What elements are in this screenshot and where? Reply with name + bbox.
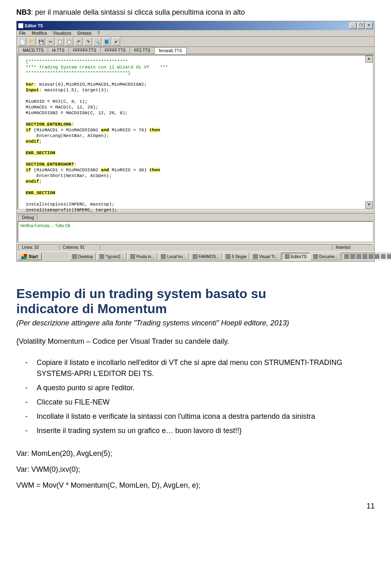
- menu-modifica[interactable]: Modifica: [32, 31, 47, 35]
- taskbar-item[interactable]: Tgcom2...: [97, 253, 126, 260]
- taskbar: Start DesktopTgcom2...Posta in...Local h…: [17, 251, 374, 261]
- tray-icon[interactable]: [387, 254, 391, 259]
- quick-launch: [42, 252, 68, 261]
- taskbar-app-icon: [161, 254, 166, 259]
- file-tab[interactable]: FFFFFF.TTS: [68, 47, 101, 53]
- menu-visualizza[interactable]: Visualizza: [53, 31, 71, 35]
- taskbar-item[interactable]: Desktop: [69, 253, 96, 260]
- tool-find-icon[interactable]: 🔍: [93, 38, 101, 46]
- file-tab[interactable]: MACD.TTS: [18, 47, 48, 53]
- app-icon: [18, 23, 23, 28]
- file-tabstrip: MACD.TTSI4.TTSFFFFFF.TTSFFFFF.TTSFF2.TTS…: [17, 47, 374, 54]
- statusbar: Linea: 10 Colonna: 91 Inserisci: [17, 243, 374, 251]
- start-button[interactable]: Start: [18, 253, 42, 260]
- taskbar-app-icon: [226, 254, 231, 259]
- section-title: Esempio di un trading system basato su i…: [16, 286, 375, 316]
- window-title: Editor TS: [25, 24, 349, 28]
- taskbar-item-label: Docume...: [319, 254, 338, 259]
- tray-icon[interactable]: [381, 254, 386, 259]
- quick-icon[interactable]: [42, 252, 51, 261]
- file-tab[interactable]: FFFFF.TTS: [100, 47, 130, 53]
- list-item: Copiare il listato e incollarlo nell'edi…: [37, 356, 375, 381]
- windows-logo-icon: [21, 254, 27, 259]
- tool-paste-icon[interactable]: 📋: [65, 38, 73, 46]
- status-spacer: [100, 244, 331, 250]
- taskbar-app-icon: [130, 254, 135, 259]
- tool-undo-icon[interactable]: ↶: [75, 38, 83, 46]
- taskbar-item-label: Desktop: [78, 254, 93, 259]
- tool-redo-icon[interactable]: ↷: [84, 38, 92, 46]
- menu-help[interactable]: ?: [97, 31, 100, 35]
- toolbar: 📄 📂 💾 ✂ 📋 📋 ↶ ↷ 🔍 📘 ✔: [17, 37, 374, 47]
- titlebar: Editor TS _ ❐ ✕: [17, 21, 374, 30]
- code-snippet-2: Var: VWM(0),ixv(0);: [16, 465, 375, 474]
- section-subtitle: (Per descrizione attingere alla fonte "T…: [16, 319, 375, 327]
- file-tab[interactable]: FF2.TTS: [130, 47, 154, 53]
- editor-window: Editor TS _ ❐ ✕ File Modifica Visualizza…: [16, 21, 375, 262]
- section-intro: {Volatility Momentum – Codice per Visual…: [16, 337, 375, 346]
- taskbar-item[interactable]: 5 Skype: [223, 253, 249, 260]
- page-number: 11: [16, 502, 375, 511]
- tray-icon[interactable]: [350, 254, 355, 259]
- note-line: NB3: per il manuale della sintassi si cl…: [16, 8, 375, 17]
- close-button[interactable]: ✕: [365, 22, 373, 29]
- menu-sintassi[interactable]: Sintassi: [77, 31, 92, 35]
- code-editor[interactable]: {************************************* *…: [18, 55, 373, 210]
- taskbar-item-label: FARMOS...: [199, 254, 220, 259]
- taskbar-item[interactable]: Visual Tr...: [250, 253, 281, 260]
- taskbar-item-label: Tgcom2...: [105, 254, 123, 259]
- taskbar-item-label: EditorTS: [291, 254, 307, 259]
- taskbar-item[interactable]: EditorTS: [282, 253, 310, 260]
- taskbar-app-icon: [285, 254, 290, 259]
- status-mode: Inserisci: [332, 244, 372, 250]
- taskbar-item-label: Posta in...: [136, 254, 154, 259]
- tool-new-icon[interactable]: 📄: [18, 38, 26, 46]
- tool-copy-icon[interactable]: 📋: [56, 38, 64, 46]
- debug-tabbar: Debug: [17, 214, 374, 221]
- menubar: File Modifica Visualizza Sintassi ?: [17, 30, 374, 37]
- menu-file[interactable]: File: [19, 31, 26, 35]
- scroll-up-icon[interactable]: ▲: [365, 55, 373, 63]
- steps-list: Copiare il listato e incollarlo nell'edi…: [16, 356, 375, 438]
- tool-open-icon[interactable]: 📂: [28, 38, 36, 46]
- taskbar-app-icon: [253, 254, 258, 259]
- taskbar-item-label: Local ho...: [167, 254, 186, 259]
- note-text: : per il manuale della sintassi si clicc…: [31, 8, 245, 16]
- tool-check-icon[interactable]: ✔: [112, 38, 120, 46]
- code-snippet-1: Var: MomLen(20), AvgLen(5);: [16, 449, 375, 458]
- tool-manual-icon[interactable]: 📘: [103, 38, 111, 46]
- minimize-button[interactable]: _: [349, 22, 356, 29]
- tray-icon[interactable]: [344, 254, 349, 259]
- tool-save-icon[interactable]: 💾: [37, 38, 45, 46]
- taskbar-app-icon: [193, 254, 198, 259]
- note-prefix: NB3: [16, 8, 31, 16]
- taskbar-app-icon: [313, 254, 318, 259]
- taskbar-item[interactable]: Posta in...: [127, 253, 157, 260]
- system-tray: 16:06: [341, 253, 391, 260]
- taskbar-app-icon: [72, 254, 77, 259]
- taskbar-item[interactable]: Local ho...: [158, 253, 189, 260]
- quick-icon[interactable]: [51, 252, 59, 261]
- list-item: A questo punto si apre l'editor.: [37, 381, 375, 395]
- debug-output: Verifica Formula ... Tutto Ok: [18, 221, 373, 242]
- code-snippet-3: VWM = Mov(V * Momentum(C, MomLen, D), Av…: [16, 481, 375, 490]
- taskbar-item-label: Visual Tr...: [259, 254, 278, 259]
- taskbar-item[interactable]: Docume...: [310, 253, 341, 260]
- maximize-button[interactable]: ❐: [357, 22, 365, 29]
- taskbar-item[interactable]: FARMOS...: [190, 253, 222, 260]
- list-item: Inserite il trading system su un grafico…: [37, 424, 375, 438]
- tray-icon[interactable]: [375, 254, 380, 259]
- list-item: Cliccate su FILE-NEW: [37, 395, 375, 409]
- taskbar-app-icon: [99, 254, 104, 259]
- scroll-down-icon[interactable]: ▼: [365, 201, 373, 209]
- status-col: Colonna: 91: [59, 244, 99, 250]
- tray-icon[interactable]: [369, 254, 373, 259]
- status-line: Linea: 10: [18, 244, 58, 250]
- tray-icon[interactable]: [356, 254, 361, 259]
- file-tab[interactable]: I4.TTS: [48, 47, 69, 53]
- tool-cut-icon[interactable]: ✂: [46, 38, 55, 46]
- tray-icon[interactable]: [362, 254, 367, 259]
- start-label: Start: [29, 254, 38, 259]
- file-tab[interactable]: ferrara6.TTS: [154, 47, 187, 54]
- quick-icon[interactable]: [60, 252, 68, 261]
